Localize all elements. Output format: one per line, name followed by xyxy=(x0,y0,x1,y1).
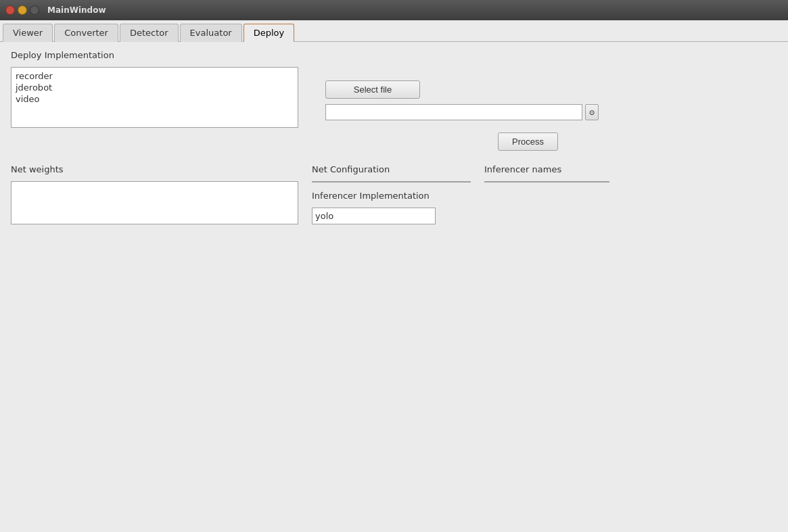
bottom-section: Net weights Net Configuration Inferencer… xyxy=(11,164,777,224)
inferencer-impl-value: yolo xyxy=(312,208,435,224)
tab-detector[interactable]: Detector xyxy=(120,24,179,42)
top-section: recorder jderobot video Select file ⊙ Pr… xyxy=(11,67,777,151)
browse-icon: ⊙ xyxy=(589,109,595,116)
window-controls[interactable] xyxy=(5,5,39,15)
inferencer-names-label: Inferencer names xyxy=(484,164,609,174)
tab-deploy[interactable]: Deploy xyxy=(244,24,295,42)
select-file-button[interactable]: Select file xyxy=(325,80,420,99)
file-browse-button[interactable]: ⊙ xyxy=(585,104,599,120)
main-window: Viewer Converter Detector Evaluator Depl… xyxy=(0,20,788,532)
net-config-label: Net Configuration xyxy=(312,164,471,174)
net-weights-box[interactable] xyxy=(11,181,298,224)
implementation-list[interactable]: recorder jderobot video xyxy=(11,67,298,128)
net-config-section: Net Configuration xyxy=(312,164,471,183)
net-weights-label: Net weights xyxy=(11,164,298,174)
tab-evaluator[interactable]: Evaluator xyxy=(180,24,242,42)
inferencer-impl-box[interactable]: yolo xyxy=(312,208,436,224)
net-weights-section: Net weights xyxy=(11,164,298,224)
title-bar: MainWindow xyxy=(0,0,788,20)
maximize-button[interactable] xyxy=(30,5,39,15)
list-item-recorder[interactable]: recorder xyxy=(14,70,295,82)
content-area: Deploy Implementation recorder jderobot … xyxy=(0,42,788,532)
net-config-box[interactable] xyxy=(312,181,471,183)
bottom-middle: Net Configuration Inferencer names Infer… xyxy=(312,164,777,224)
file-path-input[interactable] xyxy=(325,104,582,120)
right-controls: Select file ⊙ Process xyxy=(325,67,599,151)
deploy-section-title: Deploy Implementation xyxy=(11,50,777,60)
inferencer-names-box[interactable] xyxy=(484,181,609,183)
process-btn-row: Process xyxy=(325,132,599,151)
file-input-row: ⊙ xyxy=(325,104,599,120)
mid-top: Net Configuration Inferencer names xyxy=(312,164,777,183)
tab-converter[interactable]: Converter xyxy=(54,24,118,42)
process-button[interactable]: Process xyxy=(498,132,558,151)
list-item-jderobot[interactable]: jderobot xyxy=(14,82,295,93)
close-button[interactable] xyxy=(5,5,15,15)
list-item-video[interactable]: video xyxy=(14,93,295,105)
tab-viewer[interactable]: Viewer xyxy=(3,24,53,42)
inferencer-impl-section: Inferencer Implementation yolo xyxy=(312,191,777,224)
tab-bar: Viewer Converter Detector Evaluator Depl… xyxy=(0,20,788,42)
minimize-button[interactable] xyxy=(18,5,27,15)
inferencer-names-section: Inferencer names xyxy=(484,164,609,183)
inferencer-impl-label: Inferencer Implementation xyxy=(312,191,777,201)
window-title: MainWindow xyxy=(47,5,106,15)
